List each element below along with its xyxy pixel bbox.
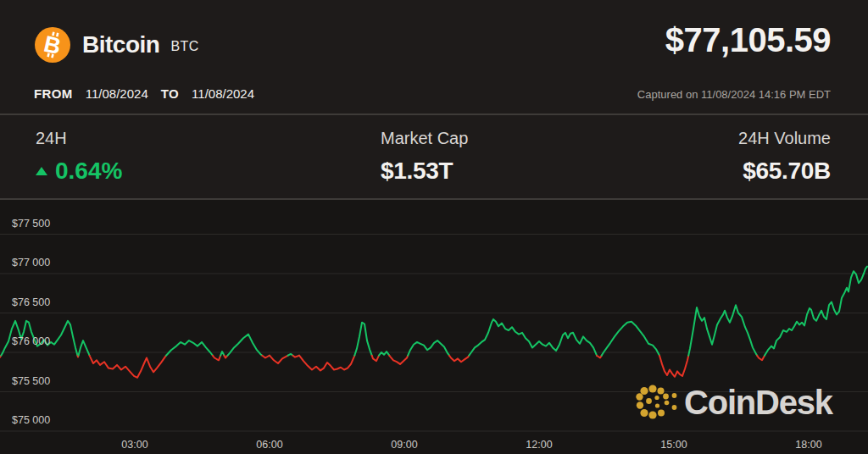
price-line-up [408,340,449,356]
price-line-down [90,356,166,378]
coindesk-watermark: CoinDesk [636,383,832,422]
stats-row: 24H 0.64% Market Cap $1.53T 24H Volume $… [0,115,868,198]
bitcoin-logo-icon: B [34,26,71,64]
x-axis-label: 09:00 [391,439,417,451]
price-line-up [354,323,371,356]
price-line-down [262,356,270,358]
price-line-down [213,356,220,361]
y-axis-label: $76 000 [12,335,50,347]
price-line-down [270,356,288,363]
x-axis-label: 03:00 [121,439,147,451]
y-axis-label: $76 500 [12,296,50,308]
date-range: FROM 11/08/2024 TO 11/08/2024 [34,86,254,101]
y-axis-label: $77 500 [12,218,50,230]
price-line-down [757,356,765,361]
header: B Bitcoin BTC $77,105.59 FROM 11/08/2024… [0,0,868,114]
stat-24h-volume: 24H Volume $65.70B [738,129,831,185]
bitcoin-price-card: B Bitcoin BTC $77,105.59 FROM 11/08/2024… [0,0,868,454]
price-line-up [469,319,597,356]
price-line-down [659,356,688,377]
stat-value-24h-change: 0.64% [36,158,122,185]
stat-24h-change: 24H 0.64% [36,129,122,185]
stat-market-cap: Market Cap $1.53T [381,129,468,185]
stat-label-24h: 24H [36,129,122,148]
price-line-down [299,356,354,371]
price-line-down [449,356,469,363]
price-line-up [765,267,867,356]
price-line-up [166,340,213,356]
x-axis-label: 15:00 [660,439,687,451]
price-line-up [602,322,659,356]
stat-value-24h-volume: $65.70B [738,158,831,185]
captured-timestamp: Captured on 11/08/2024 14:16 PM EDT [637,88,831,101]
up-triangle-icon [36,167,47,175]
coin-symbol: BTC [170,39,199,54]
current-price: $77,105.59 [665,21,831,59]
y-axis-label: $77 000 [12,257,50,269]
y-axis-label: $75 000 [12,414,50,426]
from-date-value: 11/08/2024 [86,86,148,101]
stat-label-24h-volume: 24H Volume [738,129,831,148]
to-date-value: 11/08/2024 [192,86,254,101]
price-line-up [79,340,90,356]
to-label: TO [161,86,179,101]
x-axis-label: 06:00 [256,439,282,451]
price-line-down [389,356,408,364]
change-percent: 0.64% [55,158,122,185]
coindesk-wordmark: CoinDesk [684,384,832,422]
stat-value-market-cap: $1.53T [381,158,468,185]
from-label: FROM [34,86,73,101]
price-line-down [293,356,300,357]
x-axis-label: 12:00 [526,439,552,451]
coin-brand: B Bitcoin BTC [34,26,199,64]
stat-label-market-cap: Market Cap [381,129,468,148]
y-axis-label: $75 500 [12,375,50,387]
coin-name: Bitcoin [82,31,159,58]
price-line-down [372,356,379,362]
x-axis-label: 18:00 [795,439,821,451]
coindesk-logo-icon [636,383,678,422]
